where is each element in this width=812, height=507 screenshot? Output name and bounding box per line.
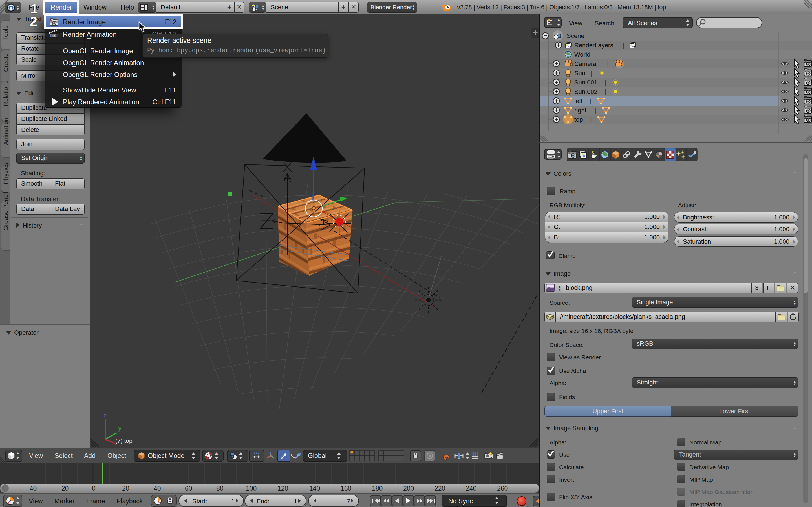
svg-text:right: right xyxy=(574,107,587,114)
svg-text:z: z xyxy=(104,412,107,418)
svg-text:Object: Object xyxy=(107,452,126,459)
svg-text:View: View xyxy=(29,452,43,459)
svg-text:|: | xyxy=(590,116,592,123)
svg-text:|: | xyxy=(605,79,606,86)
svg-text:left: left xyxy=(574,98,582,105)
svg-text:Sun: Sun xyxy=(574,69,585,76)
svg-text:View: View xyxy=(569,20,582,27)
svg-text:Add: Add xyxy=(84,452,96,459)
svg-text:Playback: Playback xyxy=(116,497,143,505)
svg-text:Search: Search xyxy=(595,20,614,27)
svg-text:|: | xyxy=(591,69,592,76)
svg-text:World: World xyxy=(574,51,591,58)
svg-text:1: 1 xyxy=(231,498,235,505)
svg-text:RenderLayers: RenderLayers xyxy=(574,42,613,49)
svg-text:No Sync: No Sync xyxy=(448,497,473,505)
svg-text:Sun.002: Sun.002 xyxy=(574,88,598,95)
svg-text:Frame: Frame xyxy=(86,497,105,505)
svg-text:7: 7 xyxy=(347,498,350,505)
svg-text:|: | xyxy=(595,107,596,114)
svg-text:|: | xyxy=(623,42,624,49)
svg-text:Marker: Marker xyxy=(54,497,75,505)
svg-text:Object Mode: Object Mode xyxy=(148,452,185,459)
svg-text:Select: Select xyxy=(55,452,73,459)
svg-text:View: View xyxy=(29,497,43,505)
svg-text:|: | xyxy=(590,98,591,105)
svg-text:(7) top: (7) top xyxy=(115,438,133,444)
svg-text:Global: Global xyxy=(308,452,326,459)
svg-text:top: top xyxy=(574,116,583,123)
svg-text:Start:: Start: xyxy=(192,498,207,505)
svg-text:|: | xyxy=(607,60,609,67)
svg-text:1: 1 xyxy=(294,498,297,505)
svg-text:End:: End: xyxy=(257,498,269,505)
svg-text:Scene: Scene xyxy=(567,33,584,40)
svg-text:y: y xyxy=(118,425,121,432)
svg-text:All Scenes: All Scenes xyxy=(628,19,657,26)
svg-text:Sun.001: Sun.001 xyxy=(574,79,598,86)
svg-text:Camera: Camera xyxy=(574,60,597,67)
svg-text:|: | xyxy=(605,88,606,95)
